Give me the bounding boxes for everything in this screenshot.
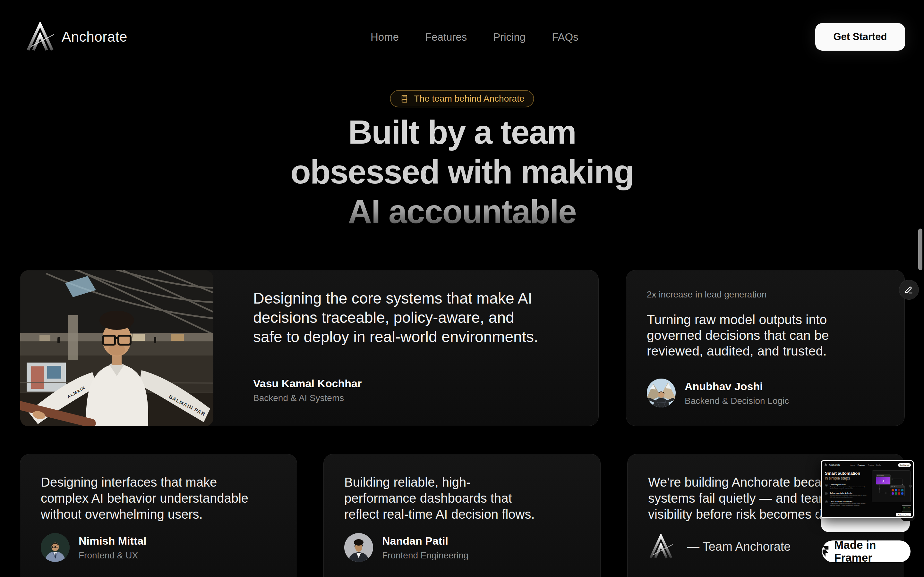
team-badge: The team behind Anchorate xyxy=(390,90,534,107)
site-preview-popup[interactable]: Anchorate Home Features Pricing FAQs Get… xyxy=(821,460,914,518)
avatar-mountains-illustration xyxy=(647,379,676,408)
purple-logo-tile xyxy=(876,477,890,485)
nav-link-faqs[interactable]: FAQs xyxy=(552,31,578,43)
preview-steps: 01 Connect your tools Plug in your model… xyxy=(825,484,867,509)
avatar-gray-illustration xyxy=(344,533,373,562)
preview-title-line-1: Smart automation xyxy=(825,471,860,476)
member-name: Nimish Mittal xyxy=(79,535,147,547)
get-started-button[interactable]: Get Started xyxy=(815,23,905,51)
preview-get-started-button: Get Started xyxy=(898,463,911,467)
book-icon xyxy=(399,94,409,103)
avatar-suit-illustration xyxy=(41,533,69,562)
page-title-line-3: AI accountable xyxy=(0,192,924,231)
preview-anchorate-window: ANCHORATE⤢ xyxy=(876,474,891,485)
preview-step-1: 01 Connect your tools Plug in your model… xyxy=(825,484,867,490)
edit-fab-button[interactable] xyxy=(899,280,919,300)
quote: We're building Anchorate becau systems f… xyxy=(648,474,829,522)
preview-step-2: 02 Define guardrails & checks Configure … xyxy=(825,492,867,498)
preview-edit-dot xyxy=(909,485,912,488)
preview-recursive-thumbnail xyxy=(902,506,911,512)
team-card-nandan: Building reliable, high- performance das… xyxy=(323,454,601,577)
avatar-anubhav xyxy=(647,379,676,408)
person: Nimish Mittal Frontend & UX xyxy=(41,533,147,562)
avatar-nandan xyxy=(344,533,373,562)
made-in-framer-badge[interactable]: Made in Framer xyxy=(822,540,911,562)
preview-nav: Home Features Pricing FAQs xyxy=(850,464,881,466)
preview-title-line-2: in simple steps xyxy=(825,476,850,480)
preview-diagram-panel: ANCHORATE⤢ Other Tools⤢ xyxy=(872,470,911,502)
framer-icon xyxy=(822,546,829,557)
page-title-line-1: Built by a team xyxy=(0,112,924,152)
stat-label: 2x increase in lead generation xyxy=(647,290,767,300)
person: Nandan Patil Frontend Engineering xyxy=(344,533,468,562)
quote: Building reliable, high- performance das… xyxy=(344,474,535,522)
stat-quote: Turning raw model outputs into governed … xyxy=(647,312,829,359)
featured-person: Vasu Kamal Kochhar Backend & AI Systems xyxy=(253,377,362,403)
stat-person: Anubhav Joshi Backend & Decision Logic xyxy=(647,379,789,408)
preview-step-3: 03 Launch and let us handle it Let Ancho… xyxy=(825,500,867,506)
team-badge-label: The team behind Anchorate xyxy=(414,93,524,104)
tool-icons-grid xyxy=(890,488,905,496)
anchorate-logo-icon xyxy=(25,22,55,52)
preview-tools-window: Other Tools⤢ xyxy=(890,485,905,496)
nav-link-pricing[interactable]: Pricing xyxy=(493,31,525,43)
made-in-framer-label: Made in Framer xyxy=(834,538,911,564)
nav-link-features[interactable]: Features xyxy=(425,31,467,43)
member-role: Frontend & UX xyxy=(79,550,147,561)
team-card-stat: 2x increase in lead generation Turning r… xyxy=(626,270,905,426)
anchorate-logo-icon xyxy=(824,463,827,466)
member-role: Frontend Engineering xyxy=(382,550,468,561)
nav-link-home[interactable]: Home xyxy=(371,31,399,43)
member-name: Anubhav Joshi xyxy=(685,380,789,393)
preview-brand-name: Anchorate xyxy=(829,464,840,466)
member-name: Nandan Patil xyxy=(382,535,468,547)
framer-icon xyxy=(898,514,899,516)
preview-framer-badge: Made in Framer xyxy=(896,513,911,516)
pencil-icon xyxy=(904,285,914,295)
page-title: Built by a team obsessed with making AI … xyxy=(0,112,924,231)
member-name: Vasu Kamal Kochhar xyxy=(253,377,362,390)
member-photo-vasu: BALMAIN PAR ALMAIN xyxy=(20,270,213,426)
member-role: Backend & Decision Logic xyxy=(685,396,789,406)
avatar-nimish xyxy=(41,533,69,562)
team-signature: — Team Anchorate xyxy=(687,540,790,554)
team-card-featured: BALMAIN PAR ALMAIN Designing the core sy… xyxy=(20,270,599,426)
mall-photo-illustration: BALMAIN PAR ALMAIN xyxy=(20,270,213,426)
page-scrollbar-thumb[interactable] xyxy=(918,229,922,270)
team-card-nimish: Designing interfaces that make complex A… xyxy=(20,454,297,577)
brand-logo[interactable]: Anchorate xyxy=(25,22,128,52)
anchorate-logo-icon xyxy=(648,534,674,559)
team-signature-row: — Team Anchorate xyxy=(648,534,790,559)
featured-quote: Designing the core systems that make AI … xyxy=(253,289,538,347)
quote: Designing interfaces that make complex A… xyxy=(41,474,248,522)
main-nav: Home Features Pricing FAQs xyxy=(371,31,578,43)
member-role: Backend & AI Systems xyxy=(253,393,362,403)
preview-brand-logo: Anchorate xyxy=(824,463,840,466)
page-title-line-2: obsessed with making xyxy=(0,152,924,192)
brand-name: Anchorate xyxy=(61,29,128,45)
